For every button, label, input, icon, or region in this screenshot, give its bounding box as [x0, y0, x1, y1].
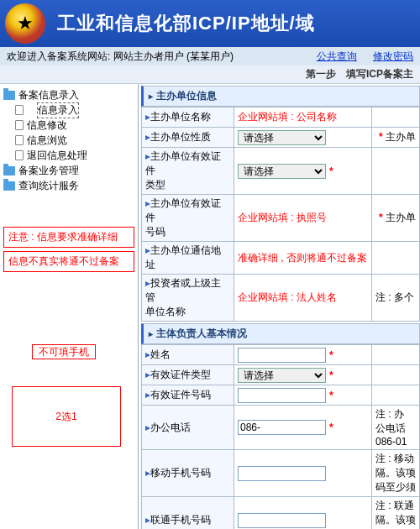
org-note-3: * 主办单	[371, 195, 419, 242]
org-value-1: 请选择	[234, 128, 372, 148]
public-search-link[interactable]: 公共查询	[317, 50, 357, 62]
sidebar-item-6[interactable]: 查询统计服务	[2, 178, 136, 193]
person-value-2: *	[234, 385, 372, 406]
person-label-1: ▸有效证件类型	[142, 365, 234, 385]
breadcrumb: 欢迎进入备案系统网站: 网站主办者用户 (某某用户) 公共查询 修改密码	[0, 47, 420, 65]
person-value-0: *	[234, 345, 372, 365]
org-label-4: ▸主办单位通信地址	[142, 242, 234, 275]
org-value-5: 企业网站填 : 法人姓名	[234, 275, 372, 322]
sidebar-item-label: 备案信息录入	[18, 88, 79, 102]
org-note-1: * 主办单	[371, 128, 419, 148]
national-emblem-icon: ★	[5, 3, 45, 44]
folder-icon	[3, 166, 15, 175]
org-redhint-4: 准确详细 , 否则将通不过备案	[238, 252, 367, 264]
org-select-2[interactable]: 请选择	[238, 164, 326, 179]
org-label-2: ▸主办单位有效证件类型	[142, 148, 234, 195]
org-redhint-3: 企业网站填 : 执照号	[238, 212, 327, 223]
org-value-4: 准确详细 , 否则将通不过备案	[234, 242, 372, 275]
org-value-2: 请选择*	[234, 148, 372, 195]
org-value-3: 企业网站填 : 执照号	[234, 195, 372, 242]
person-value-5	[234, 497, 372, 530]
person-input-0[interactable]	[238, 348, 326, 363]
person-label-3: ▸办公电话	[142, 406, 234, 450]
sidebar-item-0[interactable]: 备案信息录入	[2, 87, 136, 102]
org-label-0: ▸主办单位名称	[142, 107, 234, 128]
sidebar-item-5[interactable]: 备案业务管理	[2, 163, 136, 178]
person-value-4	[234, 450, 372, 497]
file-icon	[15, 120, 24, 130]
sidebar-warning-1: 注意 : 信息要求准确详细	[3, 227, 134, 248]
sidebar-item-label: 查询统计服务	[18, 179, 79, 193]
sidebar-item-label: 信息浏览	[27, 134, 67, 148]
folder-icon	[3, 181, 15, 191]
file-icon	[15, 135, 24, 145]
required-star: *	[329, 390, 333, 401]
person-label-2: ▸有效证件号码	[142, 385, 234, 406]
sidebar-item-label: 信息修改	[27, 118, 67, 133]
org-redhint-5: 企业网站填 : 法人姓名	[238, 291, 337, 303]
org-redhint-0: 企业网站填 : 公司名称	[238, 111, 337, 123]
welcome-text: 欢迎进入备案系统网站: 网站主办者用户 (某某用户)	[7, 50, 234, 64]
file-icon	[15, 150, 24, 160]
main-form: 主办单位信息 ▸主办单位名称企业网站填 : 公司名称▸主办单位性质请选择* 主办…	[139, 84, 420, 529]
person-input-2[interactable]	[238, 388, 326, 403]
app-header: ★ 工业和信息化部ICP/IP地址/域	[0, 0, 420, 47]
required-star: *	[329, 369, 333, 381]
person-input-5[interactable]	[238, 513, 326, 528]
person-note-3: 注 : 办公电话086-01	[372, 406, 420, 450]
section-header-person: 主体负责人基本情况	[141, 323, 420, 344]
person-value-3: *	[234, 406, 372, 450]
sidebar-item-label: 退回信息处理	[27, 149, 87, 163]
required-star: *	[329, 165, 333, 177]
app-title: 工业和信息化部ICP/IP地址/域	[57, 11, 315, 36]
person-label-5: ▸联通手机号码	[142, 497, 234, 530]
folder-icon	[3, 91, 15, 100]
step-desc: 填写ICP备案主	[346, 67, 413, 81]
person-value-1: 请选择*	[234, 365, 372, 385]
person-label-0: ▸姓名	[142, 345, 234, 365]
person-select-1[interactable]: 请选择	[238, 368, 326, 383]
person-note-5: 注 : 联通隔。该项码至少须	[372, 497, 420, 530]
sidebar-item-2[interactable]: 信息修改	[2, 118, 136, 133]
change-password-link[interactable]: 修改密码	[373, 50, 413, 62]
person-label-4: ▸移动手机号码	[142, 450, 234, 497]
sidebar-item-label: 备案业务管理	[18, 164, 79, 178]
org-label-3: ▸主办单位有效证件号码	[142, 195, 234, 242]
org-label-5: ▸投资者或上级主管单位名称	[142, 275, 234, 322]
sidebar: 备案信息录入信息录入信息修改信息浏览退回信息处理备案业务管理查询统计服务 注意 …	[0, 84, 139, 529]
annotation-no-mobile: 不可填手机	[32, 344, 96, 359]
org-note-5: 注 : 多个	[371, 275, 419, 322]
org-select-1[interactable]: 请选择	[238, 130, 326, 145]
step-number: 第一步	[306, 67, 336, 81]
person-input-4[interactable]	[238, 466, 326, 481]
file-icon	[15, 105, 24, 115]
person-note-4: 注 : 移动隔。该项码至少须	[372, 450, 420, 497]
step-bar: 第一步 填写ICP备案主	[0, 65, 420, 84]
sidebar-item-1[interactable]: 信息录入	[2, 102, 136, 118]
person-input-3[interactable]	[238, 420, 326, 435]
org-label-1: ▸主办单位性质	[142, 128, 234, 148]
annotation-2-of-1: 2选1	[12, 386, 121, 447]
sidebar-item-label: 信息录入	[37, 102, 79, 118]
org-value-0: 企业网站填 : 公司名称	[234, 107, 372, 128]
required-star: *	[329, 422, 333, 433]
sidebar-item-4[interactable]: 退回信息处理	[2, 148, 136, 163]
required-star: *	[329, 349, 333, 361]
sidebar-item-3[interactable]: 信息浏览	[2, 133, 136, 148]
sidebar-warning-2: 信息不真实将通不过备案	[3, 251, 134, 272]
section-header-org: 主办单位信息	[141, 86, 420, 107]
